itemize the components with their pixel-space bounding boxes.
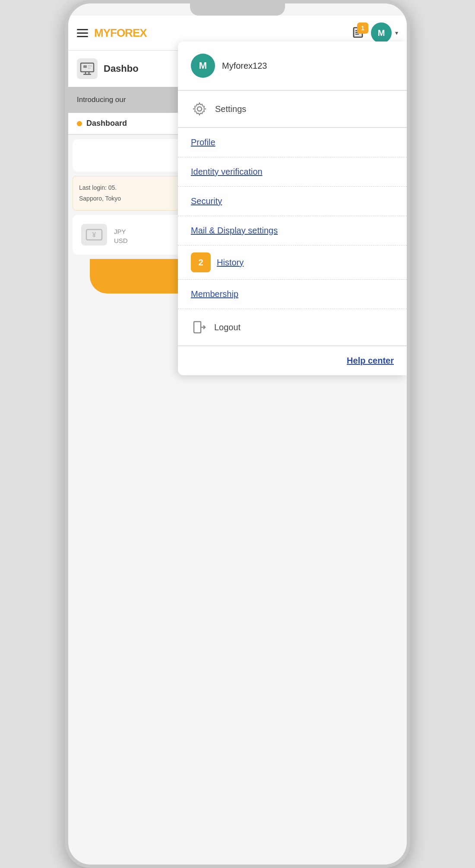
gear-icon	[193, 102, 206, 116]
phone-notch	[190, 3, 285, 16]
svg-rect-5	[81, 63, 94, 72]
page-title: Dashbo	[104, 63, 139, 74]
security-link[interactable]: Security	[191, 196, 222, 206]
dropdown-menu-membership[interactable]: Membership	[178, 280, 407, 309]
dropdown-user-section: M Myforex123	[178, 41, 407, 91]
nav-dot	[77, 121, 82, 126]
history-badge-count: 2	[198, 258, 203, 268]
identity-verification-link[interactable]: Identity verification	[191, 167, 263, 177]
wallet-icon: ¥	[81, 224, 107, 246]
logout-icon	[191, 319, 208, 336]
monitor-icon	[80, 62, 95, 75]
nav-item-label: Dashboard	[86, 119, 127, 128]
user-dropdown-menu: M Myforex123 Settings Profile Identity v…	[178, 41, 407, 375]
intro-text: Introducing our	[77, 96, 126, 104]
user-avatar-button[interactable]: M	[371, 22, 392, 43]
hamburger-menu-button[interactable]	[77, 29, 88, 37]
dropdown-menu-profile[interactable]: Profile	[178, 128, 407, 157]
svg-rect-8	[88, 67, 91, 69]
currency-usd: USD	[114, 237, 128, 244]
door-exit-icon	[192, 320, 207, 335]
dashboard-icon	[77, 58, 98, 79]
membership-link[interactable]: Membership	[191, 289, 238, 299]
history-badge: 2	[191, 252, 211, 272]
mail-display-settings-link[interactable]: Mail & Display settings	[191, 226, 278, 236]
app-logo: MYFOREX	[94, 26, 147, 40]
help-center-section: Help center	[178, 346, 407, 375]
svg-point-14	[197, 107, 202, 111]
dropdown-settings-section[interactable]: Settings	[178, 91, 407, 128]
dropdown-avatar: M	[191, 54, 215, 78]
svg-rect-7	[88, 65, 92, 67]
svg-rect-15	[194, 322, 201, 333]
currency-list: JPY USD	[114, 228, 128, 244]
notification-wrapper: 1	[348, 23, 367, 42]
dropdown-username: Myforex123	[222, 61, 267, 71]
settings-gear-icon	[191, 100, 208, 118]
history-link[interactable]: History	[217, 258, 244, 268]
svg-rect-6	[83, 65, 87, 68]
dropdown-menu-security[interactable]: Security	[178, 187, 407, 216]
yen-card-icon: ¥	[86, 227, 103, 243]
dropdown-logout-section[interactable]: Logout	[178, 309, 407, 346]
logout-label: Logout	[214, 322, 241, 332]
profile-link[interactable]: Profile	[191, 137, 215, 147]
chevron-down-icon[interactable]: ▾	[395, 29, 398, 36]
svg-text:¥: ¥	[92, 231, 96, 239]
notification-badge: 1	[357, 22, 368, 34]
wallet-info: JPY USD	[114, 223, 128, 246]
dropdown-menu-identity[interactable]: Identity verification	[178, 157, 407, 187]
header-left: MYFOREX	[77, 26, 147, 40]
dropdown-menu-history[interactable]: 2 History	[178, 246, 407, 280]
dropdown-menu-mail[interactable]: Mail & Display settings	[178, 216, 407, 246]
header-right: 1 M ▾	[348, 22, 398, 43]
phone-frame: MYFOREX 1 M ▾	[65, 0, 410, 868]
settings-label: Settings	[215, 104, 246, 114]
help-center-link[interactable]: Help center	[347, 356, 394, 365]
currency-jpy: JPY	[114, 228, 128, 235]
